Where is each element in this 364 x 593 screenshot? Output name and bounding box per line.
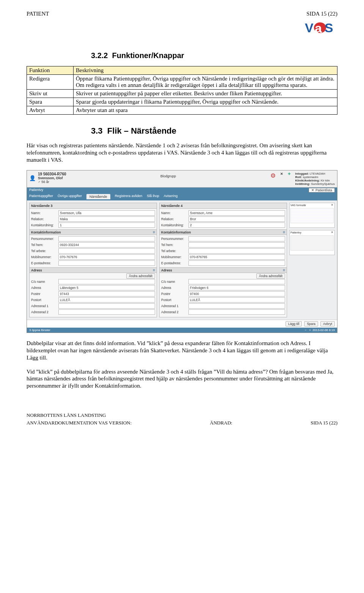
close-icon[interactable]: ✕ bbox=[331, 203, 333, 207]
nk3-postnr[interactable]: 97443 bbox=[58, 291, 155, 296]
patientvy-thumb[interactable]: ✕ Patientvy bbox=[289, 230, 335, 255]
nk4-co[interactable] bbox=[188, 279, 285, 284]
vas-screenshot: 👤 19 560304-R760 Svensson, Olof ♂ 56 år … bbox=[27, 170, 337, 333]
chevron-down-icon[interactable]: ≡ bbox=[153, 230, 155, 234]
th-beskrivning: Beskrivning bbox=[74, 66, 337, 75]
nk4-postnr[interactable]: 97400 bbox=[188, 291, 285, 296]
nk4-relation[interactable]: Bror bbox=[188, 216, 285, 222]
nk4-adr2[interactable] bbox=[188, 309, 285, 315]
chevron-down-icon[interactable]: ≡ bbox=[283, 268, 285, 272]
table-row: Skriv ut Skriver ut patientuppgifter på … bbox=[27, 90, 337, 98]
nk3-telarb[interactable] bbox=[58, 248, 155, 254]
panel4-title: Närstående 4 bbox=[160, 203, 287, 209]
vas-formular-thumb[interactable]: ✕ VAS formulär bbox=[289, 203, 335, 228]
tab-patientuppgifter[interactable]: Patientuppgifter bbox=[29, 194, 53, 199]
patient-name: Svensson, Olof bbox=[38, 176, 66, 180]
status-left: 3 öppna fönster bbox=[29, 328, 50, 332]
table-row: Avbryt Avbryter utan att spara bbox=[27, 106, 337, 115]
nk4-andra-adress-button[interactable]: Ändra adressfält bbox=[256, 273, 285, 279]
bloodgroup-label: Blodgrupp bbox=[66, 172, 270, 186]
nk3-namn[interactable]: Svensson, Ulla bbox=[58, 210, 155, 216]
tab-avisering[interactable]: Avisering bbox=[164, 194, 178, 199]
footer-org: NORRBOTTENS LÄNS LANDSTING bbox=[27, 412, 132, 418]
nk3-mobil[interactable]: 070-767676 bbox=[58, 254, 155, 260]
table-row: Spara Sparar gjorda uppdateringar i flik… bbox=[27, 98, 337, 106]
tab-slaihop[interactable]: Slå ihop bbox=[147, 194, 159, 199]
paragraph-dubbelpilar: Dubbelpilar visar att det finns dold inf… bbox=[27, 340, 337, 361]
nk4-namn[interactable]: Svensson, Arne bbox=[188, 210, 285, 216]
patient-age: ♂ 56 år bbox=[38, 180, 66, 184]
patientlista-label[interactable]: ✕ Patientlista bbox=[309, 188, 335, 192]
nk3-adress[interactable]: Läkevägen 5 bbox=[58, 285, 155, 290]
table-row: Redigera Öppnar flikarna Patientuppgifte… bbox=[27, 75, 337, 90]
view-label: Patientvy bbox=[29, 188, 43, 192]
nk4-postort[interactable]: LULEÅ bbox=[188, 297, 285, 303]
nk3-epost[interactable] bbox=[58, 260, 155, 266]
nk3-andra-adress-button[interactable]: Ändra adressfält bbox=[126, 273, 155, 279]
panel-narstaende-4: Närstående 4 Namn:Svensson, Arne Relatio… bbox=[159, 203, 287, 317]
paragraph-intro: Här visas och registreras patientens när… bbox=[27, 142, 337, 163]
svg-text:V: V bbox=[305, 21, 314, 35]
nk3-adr1[interactable] bbox=[58, 303, 155, 309]
nk4-telhem[interactable] bbox=[188, 242, 285, 248]
svg-text:S: S bbox=[325, 21, 333, 35]
nk4-telarb[interactable] bbox=[188, 248, 285, 254]
panel-narstaende-3: Närstående 3 Namn:Svensson, Ulla Relatio… bbox=[29, 203, 157, 317]
nk3-relation[interactable]: Maka bbox=[58, 216, 155, 222]
nk4-mobil[interactable]: 070-876765 bbox=[188, 254, 285, 260]
close-icon[interactable]: ✕ bbox=[331, 231, 333, 234]
nk4-adress[interactable]: Friskvägen 6 bbox=[188, 285, 285, 290]
paragraph-hamta-adress: Vid ”klick” på dubbelpilarna för adress … bbox=[27, 368, 337, 390]
nk4-pnr[interactable] bbox=[188, 236, 285, 241]
vas-logo: V a S bbox=[305, 19, 337, 38]
footer-docline: ANVÄNDARDOKUMENTATION VAS VERSION: bbox=[27, 420, 132, 426]
chevron-down-icon[interactable]: ≡ bbox=[153, 268, 155, 272]
nk3-telhem[interactable]: 0920-332244 bbox=[58, 242, 155, 248]
nk3-kontaktordning[interactable]: 1 bbox=[58, 222, 155, 228]
functions-table: Funktion Beskrivning Redigera Öppnar fli… bbox=[27, 66, 337, 115]
close-icon[interactable]: ✕ bbox=[280, 172, 283, 176]
svg-text:a: a bbox=[315, 21, 322, 35]
nk4-epost[interactable] bbox=[188, 260, 285, 266]
addon-icon[interactable]: ✚ bbox=[288, 172, 291, 176]
doc-header-right: SIDA 15 (22) bbox=[305, 11, 337, 17]
gear-icon[interactable]: ⚙ bbox=[270, 172, 276, 179]
laggtill-button[interactable]: Lägg till bbox=[286, 321, 302, 326]
footer-andrad: ÄNDRAD: bbox=[210, 420, 232, 426]
nk3-adr2[interactable] bbox=[58, 309, 155, 315]
th-funktion: Funktion bbox=[27, 66, 74, 75]
section-3.3-title: 3.3 Flik – Närstående bbox=[91, 126, 337, 136]
nk4-adr1[interactable] bbox=[188, 303, 285, 309]
nk3-pnr[interactable] bbox=[58, 236, 155, 241]
patient-id: 19 560304-R760 bbox=[38, 172, 66, 176]
tab-ovriga[interactable]: Övriga uppgifter bbox=[58, 194, 82, 199]
tab-narstaende[interactable]: Närstående bbox=[86, 194, 110, 199]
chevron-down-icon[interactable]: ≡ bbox=[283, 230, 285, 234]
section-3.2.2-title: 3.2.2 Funktioner/Knappar bbox=[91, 51, 337, 60]
tab-avliden[interactable]: Registrera avliden bbox=[115, 194, 143, 199]
patient-icon: 👤 bbox=[29, 175, 36, 181]
doc-header-left: PATIENT bbox=[27, 11, 49, 17]
footer-page: SIDA 15 (22) bbox=[311, 420, 337, 426]
panel3-title: Närstående 3 bbox=[30, 203, 157, 209]
nk3-postort[interactable]: LULEÅ bbox=[58, 297, 155, 303]
nk4-kontaktordning[interactable]: 2 bbox=[188, 222, 285, 228]
avbryt-button[interactable]: Avbryt bbox=[320, 321, 335, 326]
nk3-co[interactable] bbox=[58, 279, 155, 284]
status-right: − + 2013-02-06 8:19 bbox=[305, 328, 335, 332]
spara-button[interactable]: Spara bbox=[304, 321, 318, 326]
